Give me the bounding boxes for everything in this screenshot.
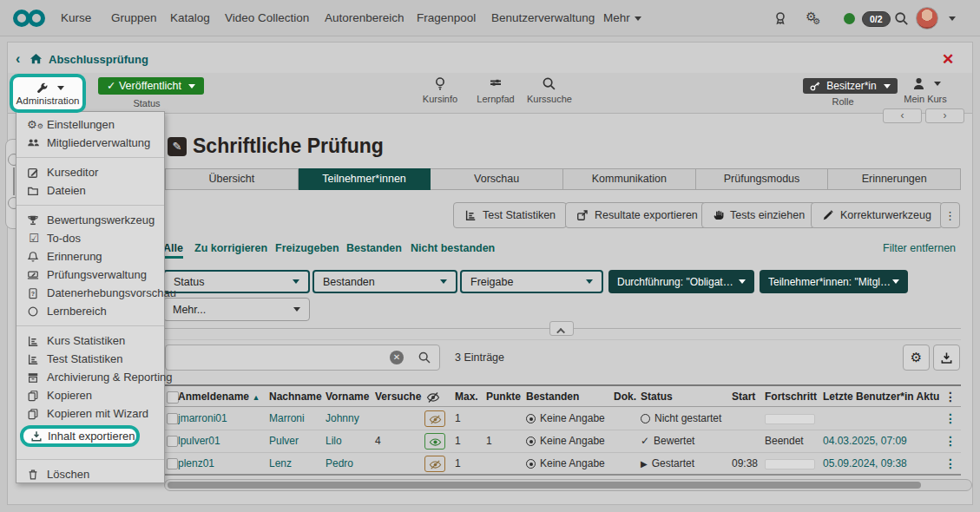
tab-uebersicht[interactable]: Übersicht bbox=[165, 168, 299, 190]
nav-video-collection[interactable]: Video Collection bbox=[225, 0, 309, 36]
test-statistiken-button[interactable]: Test Statistiken bbox=[453, 202, 567, 228]
resultate-exportieren-button[interactable]: Resultate exportieren bbox=[565, 202, 709, 228]
eye-icon[interactable] bbox=[424, 433, 445, 450]
menu-item-datenerhebungsvorschau[interactable]: ?Datenerhebungsvorschau bbox=[16, 284, 164, 302]
col-fortschritt[interactable]: Fortschritt bbox=[765, 386, 817, 408]
col-status[interactable]: Status bbox=[641, 386, 673, 408]
menu-item-archivierung-reporting[interactable]: Archivierung & Reporting bbox=[16, 368, 164, 386]
menu-item-kurseditor[interactable]: Kurseditor bbox=[16, 163, 164, 181]
menu-item-loeschen[interactable]: Löschen bbox=[16, 465, 164, 483]
nachname-link[interactable]: Marroni bbox=[269, 408, 305, 430]
chip-durchfuehrung[interactable]: Durchführung: "Obligatorisc..." bbox=[608, 270, 754, 293]
menu-item-erinnerung[interactable]: Erinnerung bbox=[16, 247, 164, 266]
select-all-checkbox[interactable] bbox=[167, 391, 179, 404]
nav-kurse[interactable]: Kurse bbox=[61, 0, 91, 36]
nav-mehr[interactable]: Mehr bbox=[603, 0, 641, 36]
nav-katalog[interactable]: Katalog bbox=[170, 0, 210, 36]
horizontal-scrollbar[interactable] bbox=[164, 479, 972, 491]
lernpfad-icon[interactable] bbox=[489, 77, 503, 91]
vorname-link[interactable]: Lilo bbox=[326, 430, 342, 452]
vorname-link[interactable]: Johnny bbox=[326, 408, 359, 430]
nav-gruppen[interactable]: Gruppen bbox=[111, 0, 157, 36]
tab-kommunikation[interactable]: Kommunikation bbox=[563, 168, 696, 190]
breadcrumb-back-chevron[interactable]: ‹ bbox=[16, 51, 20, 67]
menu-item-mitgliederverwaltung[interactable]: Mitgliederverwaltung bbox=[16, 134, 164, 152]
mein-kurs-label[interactable]: Mein Kurs bbox=[899, 94, 951, 104]
scrollbar-thumb[interactable] bbox=[168, 482, 921, 489]
chat-counter-badge[interactable]: 0/2 bbox=[862, 11, 891, 27]
chip-teilnehmer[interactable]: Teilnehmer*innen: "Mitglied" bbox=[760, 270, 908, 293]
col-bestanden[interactable]: Bestanden bbox=[526, 386, 579, 408]
tests-einziehen-button[interactable]: Tests einziehen bbox=[701, 202, 816, 228]
chip-bestanden[interactable]: Bestanden bbox=[312, 270, 457, 293]
eye-slash-icon[interactable] bbox=[424, 456, 445, 472]
menu-item-kopieren[interactable]: Kopieren bbox=[16, 386, 164, 404]
badges-icon[interactable] bbox=[773, 11, 787, 25]
menu-item-lernbereich[interactable]: Lernbereich bbox=[16, 302, 164, 320]
menu-item-kurs-statistiken[interactable]: Kurs Statistiken bbox=[16, 331, 164, 350]
table-row[interactable]: plenz01 Lenz Pedro 1 Keine Angabe ▶Gesta… bbox=[165, 453, 961, 476]
menu-item-dateien[interactable]: Dateien bbox=[16, 181, 164, 200]
nav-benutzerverwaltung[interactable]: Benutzerverwaltung bbox=[491, 0, 595, 36]
filter-bestanden[interactable]: Bestanden bbox=[346, 242, 402, 254]
status-published-button[interactable]: ✓ Veröffentlicht bbox=[98, 77, 204, 95]
menu-item-pruefungsverwaltung[interactable]: Prüfungsverwaltung bbox=[16, 266, 164, 284]
prev-page-button[interactable]: ‹ bbox=[883, 108, 922, 123]
nachname-link[interactable]: Lenz bbox=[269, 453, 292, 475]
table-row[interactable]: jmarroni01 Marroni Johnny 1 Keine Angabe… bbox=[165, 408, 961, 430]
row-checkbox[interactable] bbox=[167, 413, 178, 424]
collapse-filters-button[interactable] bbox=[549, 321, 574, 336]
col-start[interactable]: Start bbox=[732, 386, 755, 408]
kurssuche-icon[interactable] bbox=[542, 76, 556, 91]
anmeldename-link[interactable]: lpulver01 bbox=[178, 430, 220, 452]
tab-erinnerungen[interactable]: Erinnerungen bbox=[828, 168, 961, 190]
breadcrumb-title[interactable]: Abschlussprüfung bbox=[49, 53, 148, 66]
more-actions-button[interactable]: ⋮ bbox=[940, 202, 960, 228]
col-vorname[interactable]: Vorname bbox=[326, 386, 369, 408]
col-nachname[interactable]: Nachname bbox=[269, 386, 322, 408]
menu-item-todos[interactable]: ☑To-dos bbox=[16, 229, 164, 247]
administration-button[interactable]: Administration bbox=[10, 74, 86, 113]
korrekturwerkzeug-button[interactable]: Korrekturwerkzeug bbox=[811, 202, 943, 228]
header-kebab-icon[interactable]: ⋮ bbox=[944, 386, 957, 408]
eye-slash-icon[interactable] bbox=[424, 410, 445, 427]
user-avatar[interactable] bbox=[916, 7, 938, 30]
col-max[interactable]: Max. bbox=[455, 386, 478, 408]
row-kebab-icon[interactable]: ⋮ bbox=[944, 408, 957, 430]
menu-item-bewertungswerkzeug[interactable]: Bewertungswerkzeug bbox=[16, 211, 164, 229]
tab-pruefungsmodus[interactable]: Prüfungsmodus bbox=[696, 168, 829, 190]
mein-kurs-person-icon[interactable] bbox=[911, 76, 926, 91]
letzte-aenderung-link[interactable]: 04.03.2025, 07:09 bbox=[823, 430, 907, 452]
row-checkbox[interactable] bbox=[167, 436, 178, 447]
openolat-logo-icon[interactable] bbox=[12, 9, 47, 28]
col-versuche[interactable]: Versuche bbox=[375, 386, 421, 408]
home-icon[interactable] bbox=[30, 52, 43, 65]
col-letzte-benutzer[interactable]: Letzte Benutzer*in Aktua bbox=[823, 386, 939, 408]
kursinfo-icon[interactable] bbox=[433, 76, 447, 91]
vorname-link[interactable]: Pedro bbox=[326, 453, 353, 475]
presence-status-dot[interactable] bbox=[844, 13, 855, 24]
filter-zu-korrigieren[interactable]: Zu korrigieren bbox=[194, 242, 267, 254]
kursinfo-label[interactable]: Kursinfo bbox=[414, 94, 466, 104]
filter-alle[interactable]: Alle bbox=[163, 242, 183, 259]
kurssuche-label[interactable]: Kurssuche bbox=[523, 94, 576, 104]
table-settings-button[interactable]: ⚙ bbox=[903, 345, 930, 371]
filter-nicht-bestanden[interactable]: Nicht bestanden bbox=[411, 242, 495, 254]
col-dok[interactable]: Dok. bbox=[614, 386, 636, 408]
chevron-down-icon[interactable] bbox=[934, 82, 941, 86]
search-submit-icon[interactable] bbox=[418, 351, 431, 364]
nav-autorenbereich[interactable]: Autorenbereich bbox=[325, 0, 404, 36]
row-checkbox[interactable] bbox=[167, 458, 178, 469]
table-row[interactable]: lpulver01 Pulver Lilo 4 1 1 Keine Angabe… bbox=[165, 430, 961, 453]
menu-item-kopieren-wizard[interactable]: Kopieren mit Wizard bbox=[16, 404, 164, 423]
row-kebab-icon[interactable]: ⋮ bbox=[944, 430, 957, 452]
user-menu-chevron-icon[interactable] bbox=[949, 16, 956, 21]
anmeldename-link[interactable]: plenz01 bbox=[178, 453, 214, 475]
menu-item-inhalt-exportieren[interactable]: Inhalt exportieren bbox=[20, 425, 140, 447]
lernpfad-label[interactable]: Lernpfad bbox=[470, 94, 522, 104]
search-icon[interactable] bbox=[894, 11, 909, 26]
row-kebab-icon[interactable]: ⋮ bbox=[944, 453, 957, 475]
col-eye-slash-icon[interactable] bbox=[426, 391, 440, 404]
close-icon[interactable]: ✕ bbox=[942, 50, 954, 69]
settings-gears-icon[interactable]: ⚙⚙ bbox=[806, 10, 825, 23]
